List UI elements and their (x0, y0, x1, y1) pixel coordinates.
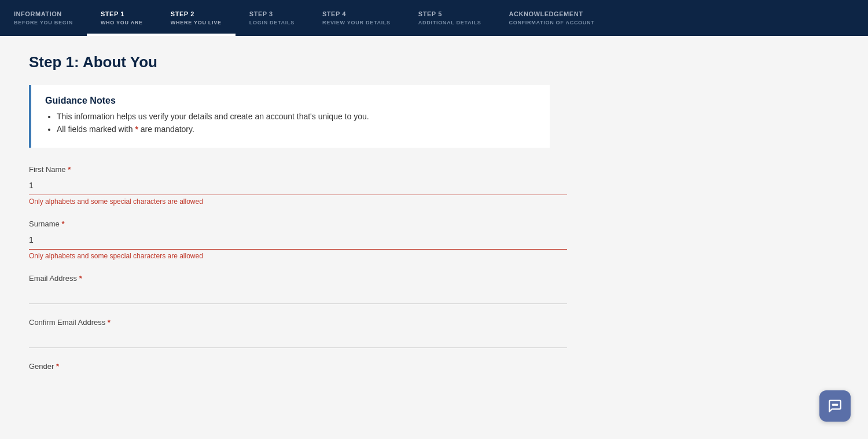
confirm-email-input[interactable] (29, 329, 567, 348)
guidance-list: This information helps us verify your de… (45, 112, 536, 134)
first-name-input[interactable] (29, 176, 567, 195)
main-content: Step 1: About You Guidance Notes This in… (0, 36, 579, 402)
gender-label: Gender * (29, 362, 550, 371)
first-name-label: First Name * (29, 165, 550, 174)
surname-group: Surname * Only alphabets and some specia… (29, 220, 550, 260)
nav-step5[interactable]: STEP 5 ADDITIONAL DETAILS (404, 0, 495, 36)
nav-step1[interactable]: STEP 1 WHO YOU ARE (87, 0, 157, 36)
confirm-email-group: Confirm Email Address * (29, 318, 550, 348)
confirm-email-label: Confirm Email Address * (29, 318, 550, 327)
guidance-line-1: This information helps us verify your de… (57, 112, 536, 121)
nav-information-sublabel: BEFORE YOU BEGIN (14, 20, 73, 25)
nav-acknowledgement[interactable]: ACKNOWLEDGEMENT CONFIRMATION OF ACCOUNT (495, 0, 608, 36)
nav-step4[interactable]: STEP 4 REVIEW YOUR DETAILS (308, 0, 404, 36)
email-label: Email Address * (29, 274, 550, 283)
nav-step3-sublabel: LOGIN DETAILS (249, 20, 295, 25)
nav-step4-label: STEP 4 (322, 10, 391, 17)
guidance-title: Guidance Notes (45, 96, 536, 106)
nav-step1-label: STEP 1 (101, 10, 143, 17)
email-input[interactable] (29, 285, 567, 304)
nav-step1-sublabel: WHO YOU ARE (101, 20, 143, 25)
email-required: * (79, 274, 82, 283)
chat-icon (827, 398, 843, 402)
chat-button[interactable] (819, 390, 851, 402)
nav-step5-sublabel: ADDITIONAL DETAILS (418, 20, 481, 25)
nav-step3[interactable]: STEP 3 LOGIN DETAILS (236, 0, 308, 36)
first-name-group: First Name * Only alphabets and some spe… (29, 165, 550, 206)
nav-step4-sublabel: REVIEW YOUR DETAILS (322, 20, 391, 25)
nav-acknowledgement-sublabel: CONFIRMATION OF ACCOUNT (509, 20, 594, 25)
first-name-required: * (68, 165, 71, 174)
navigation-bar: INFORMATION BEFORE YOU BEGIN STEP 1 WHO … (0, 0, 868, 36)
nav-information-label: INFORMATION (14, 10, 73, 17)
guidance-line-2: All fields marked with * are mandatory. (57, 125, 536, 134)
surname-required: * (61, 220, 64, 228)
gender-required: * (56, 362, 59, 371)
nav-step2[interactable]: STEP 2 WHERE YOU LIVE (157, 0, 236, 36)
gender-group: Gender * (29, 362, 550, 371)
page-title: Step 1: About You (29, 53, 550, 71)
nav-step2-sublabel: WHERE YOU LIVE (171, 20, 222, 25)
nav-information[interactable]: INFORMATION BEFORE YOU BEGIN (0, 0, 87, 36)
surname-label: Surname * (29, 220, 550, 228)
nav-step2-label: STEP 2 (171, 10, 222, 17)
nav-step3-label: STEP 3 (249, 10, 295, 17)
guidance-notes-box: Guidance Notes This information helps us… (29, 85, 550, 148)
nav-step5-label: STEP 5 (418, 10, 481, 17)
email-group: Email Address * (29, 274, 550, 304)
nav-acknowledgement-label: ACKNOWLEDGEMENT (509, 10, 594, 17)
first-name-error: Only alphabets and some special characte… (29, 197, 550, 206)
confirm-email-required: * (108, 318, 111, 327)
surname-input[interactable] (29, 231, 567, 250)
surname-error: Only alphabets and some special characte… (29, 252, 550, 260)
